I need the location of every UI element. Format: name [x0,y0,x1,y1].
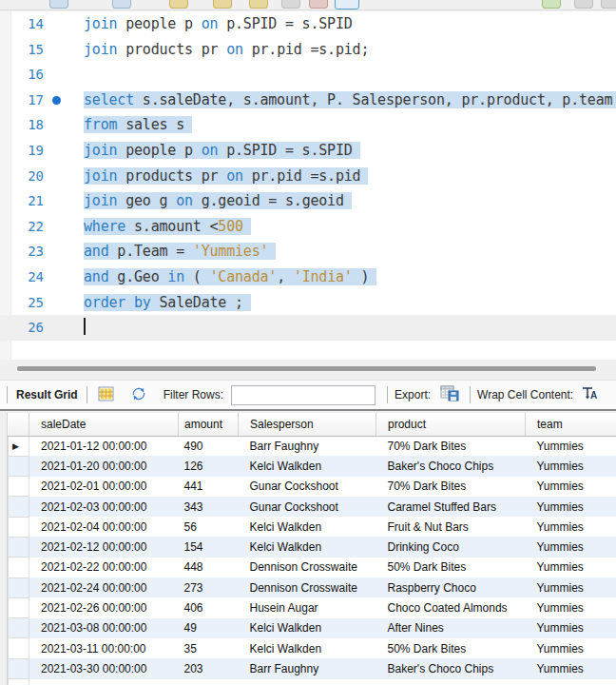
cell-saleDate[interactable]: 2021-02-12 00:00:00 [29,537,179,557]
row-selector[interactable] [9,618,29,638]
cell-amount[interactable]: 203 [179,658,239,678]
cell-saleDate[interactable]: 2021-02-22 00:00:00 [29,558,179,577]
code-text[interactable]: join products pr on pr.pid =s.pid; [84,41,369,58]
code-text[interactable]: select s.saleDate, s.amount, P. Salesper… [84,91,616,108]
row-selector[interactable] [9,537,29,557]
cell-amount[interactable]: 406 [179,597,239,617]
table-row[interactable]: 2021-03-08 00:00:0049Kelci WalkdenAfter … [9,618,616,638]
table-row[interactable]: 2021-02-01 00:00:00441Gunar Cockshoot70%… [9,477,616,497]
cell-product[interactable]: 50% Dark Bites [376,558,526,577]
cell-amount[interactable]: 154 [179,537,239,557]
explain-icon[interactable] [249,0,268,9]
cell-team[interactable]: Yummies [526,537,616,557]
code-line-24[interactable]: 24and g.Geo in ( 'Canada', 'India' ) [0,264,616,290]
cell-product[interactable]: Drinking Coco [376,537,526,557]
row-selector[interactable] [9,456,29,476]
column-header-saleDate[interactable]: saleDate [29,413,179,436]
table-row[interactable]: 2021-02-12 00:00:00154Kelci WalkdenDrink… [9,537,616,557]
cell-Salesperson[interactable]: Dennison Crosswaite [239,577,376,597]
cell-product[interactable]: After Nines [376,618,526,638]
cell-amount[interactable]: 49 [179,618,239,638]
cell-Salesperson[interactable]: Barr Faughny [239,658,376,678]
cell-saleDate[interactable]: 2021-02-24 00:00:00 [29,577,179,597]
cell-product[interactable]: Baker's Choco Chips [376,456,526,476]
editor-hscrollbar-track[interactable] [0,360,616,380]
cell-saleDate[interactable]: 2021-03-30 00:00:00 [29,658,179,678]
toolbar-icon-4[interactable] [574,0,593,9]
toolbar-icon-5[interactable] [601,0,616,9]
table-row[interactable]: 2021-02-26 00:00:00406Husein AugarChoco … [9,597,616,617]
code-line-21[interactable]: 21join geo g on g.geoid = s.geoid [0,188,616,214]
code-line-23[interactable]: 23and p.Team = 'Yummies' [0,239,616,264]
code-line-16[interactable]: 16 [0,62,616,88]
cell-team[interactable]: Yummies [526,577,616,597]
cell-team[interactable]: Yummies [526,658,616,678]
cell-product[interactable]: 50% Dark Bites [376,638,526,658]
code-text[interactable]: order by SaleDate ; [84,294,251,311]
cell-saleDate[interactable]: 2021-02-03 00:00:00 [29,497,179,517]
refresh-icon[interactable] [131,386,146,404]
cell-amount[interactable]: 56 [179,517,239,537]
cell-saleDate[interactable]: 2021-03-08 00:00:00 [29,618,179,638]
code-line-14[interactable]: 14join people p on p.SPID = s.SPID [0,11,616,37]
cell-team[interactable]: Yummies [526,497,616,517]
code-text[interactable]: where s.amount <500 [84,218,251,235]
cell-Salesperson[interactable]: Gunar Cockshoot [239,477,376,497]
green-toolbar-icon[interactable] [542,0,561,9]
table-row[interactable]: 2021-01-20 00:00:00126Kelci WalkdenBaker… [9,456,616,476]
cell-saleDate[interactable]: 2021-02-01 00:00:00 [29,477,179,497]
cell-Salesperson[interactable]: Kelci Walkden [239,618,376,638]
cell-amount[interactable]: 343 [179,497,239,517]
cell-amount[interactable]: 490 [179,436,239,456]
cell-saleDate[interactable]: 2021-01-12 00:00:00 [29,436,179,456]
code-line-17[interactable]: 17select s.saleDate, s.amount, P. Salesp… [0,88,616,113]
cell-product[interactable]: Baker's Choco Chips [376,658,526,678]
cell-amount[interactable]: 35 [179,638,239,658]
active-toolbar-toggle-icon[interactable] [335,0,359,10]
cell-product[interactable]: Raspberry Choco [376,577,526,597]
code-text[interactable]: join people p on p.SPID = s.SPID [84,142,360,159]
table-row[interactable]: 2021-02-22 00:00:00448Dennison Crosswait… [9,558,616,577]
grid-columns-icon[interactable] [98,386,114,404]
column-header-product[interactable]: product [376,413,526,436]
toolbar-icon-1[interactable] [49,0,68,9]
editor-hscrollbar-thumb[interactable] [17,366,596,371]
row-selector[interactable] [9,558,29,577]
wrap-cell-icon[interactable]: A [581,386,598,403]
row-selector[interactable] [9,477,29,497]
code-text[interactable]: from sales s [84,116,192,133]
cell-team[interactable]: Yummies [526,618,616,638]
row-selector[interactable] [9,517,29,537]
cell-saleDate[interactable]: 2021-01-20 00:00:00 [29,456,179,476]
column-header-team[interactable]: team [526,413,616,436]
cell-saleDate[interactable]: 2021-02-04 00:00:00 [29,517,179,537]
cell-team[interactable]: Yummies [526,456,616,476]
table-row[interactable]: 2021-03-11 00:00:0035Kelci Walkden50% Da… [9,638,616,658]
code-text[interactable]: join geo g on g.geoid = s.geoid [84,192,352,209]
cell-amount[interactable]: 441 [179,477,239,497]
code-text[interactable] [84,319,86,336]
row-selector[interactable]: ▶ [9,436,29,456]
cell-Salesperson[interactable]: Husein Augar [239,597,376,617]
code-line-15[interactable]: 15join products pr on pr.pid =s.pid; [0,37,616,63]
cell-team[interactable]: Yummies [526,517,616,537]
code-line-25[interactable]: 25order by SaleDate ; [0,290,616,316]
cell-Salesperson[interactable]: Barr Faughny [239,436,376,456]
code-line-22[interactable]: 22where s.amount <500 [0,214,616,240]
column-header-amount[interactable]: amount [179,413,239,436]
cell-Salesperson[interactable]: Gunar Cockshoot [239,497,376,517]
table-row[interactable]: ▶2021-01-12 00:00:00490Barr Faughny70% D… [9,436,616,456]
code-text[interactable]: join people p on p.SPID = s.SPID [84,15,353,32]
run-current-icon[interactable] [213,0,232,9]
cell-saleDate[interactable]: 2021-02-26 00:00:00 [29,597,179,617]
code-line-26[interactable]: 26 [0,315,616,341]
cell-product[interactable]: Fruit & Nut Bars [376,517,526,537]
cell-Salesperson[interactable]: Kelci Walkden [239,638,376,658]
cell-amount[interactable]: 448 [179,558,239,577]
table-row[interactable]: 2021-03-30 00:00:00203Barr FaughnyBaker'… [9,658,616,678]
cell-team[interactable]: Yummies [526,558,616,577]
cell-team[interactable]: Yummies [526,436,616,456]
table-row[interactable]: 2021-02-03 00:00:00343Gunar CockshootCar… [9,497,616,517]
cell-product[interactable]: Choco Coated Almonds [376,597,526,617]
cell-product[interactable]: 70% Dark Bites [376,477,526,497]
